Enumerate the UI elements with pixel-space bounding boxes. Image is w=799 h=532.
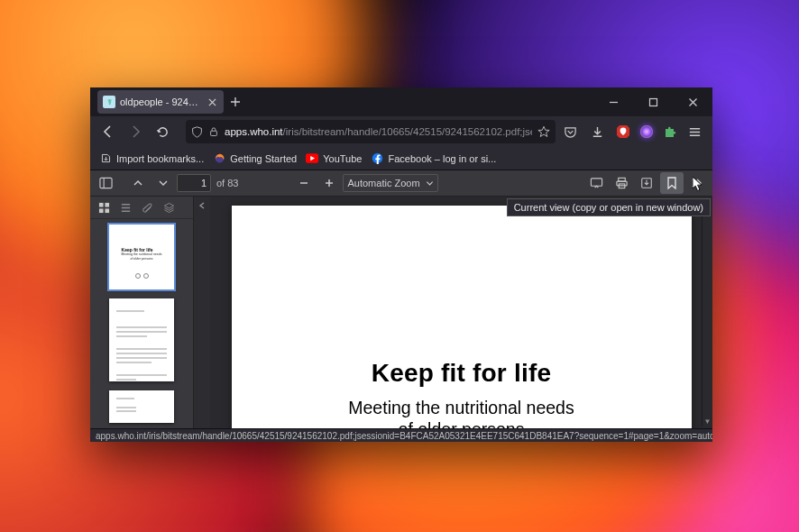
- svg-rect-1: [211, 131, 217, 135]
- firefox-icon: [213, 152, 225, 165]
- layers-icon: [163, 202, 175, 214]
- svg-rect-16: [105, 208, 109, 213]
- back-button[interactable]: [96, 119, 121, 144]
- minimize-icon: [609, 97, 619, 107]
- reload-button[interactable]: [150, 119, 175, 144]
- vertical-scrollbar[interactable]: ▲ ▼: [702, 198, 712, 427]
- window-controls: [593, 88, 712, 115]
- tab-strip: ☤ oldpeople - 9241562102.pdf: [90, 87, 712, 116]
- download-icon: [591, 125, 604, 139]
- plus-icon: [324, 178, 335, 188]
- pdf-toolbar: of 83 Automatic Zoom Current view (copy …: [90, 170, 712, 197]
- presentation-button[interactable]: [584, 172, 608, 194]
- zoom-in-button[interactable]: [317, 172, 341, 194]
- svg-rect-8: [591, 179, 602, 186]
- extension-glow[interactable]: [637, 122, 657, 142]
- reload-icon: [156, 125, 170, 139]
- page-down-button[interactable]: [152, 172, 175, 194]
- pdf-page-1: Keep fit for life Meeting the nutritiona…: [232, 206, 692, 428]
- favicon: ☤: [103, 96, 115, 108]
- window-close-button[interactable]: [673, 88, 712, 115]
- thumbnails-view-button[interactable]: [94, 198, 114, 216]
- nav-bar: apps.who.int/iris/bitstream/handle/10665…: [90, 116, 712, 147]
- extension-adblock[interactable]: [613, 122, 633, 142]
- close-icon: [688, 97, 698, 107]
- new-tab-button[interactable]: [224, 90, 247, 114]
- page-number-input[interactable]: [177, 174, 211, 192]
- sidebar-toolbar: [90, 197, 193, 219]
- shield-icon: [191, 126, 203, 138]
- outline-icon: [120, 202, 132, 214]
- print-button[interactable]: [610, 172, 633, 194]
- sidebar-toggle-button[interactable]: [94, 172, 117, 194]
- bookmarks-toolbar: Import bookmarks... Getting Started YouT…: [90, 147, 712, 170]
- url-text: apps.who.int/iris/bitstream/handle/10665…: [225, 126, 532, 137]
- sidebar-resize-handle[interactable]: [194, 197, 210, 428]
- bookmark-youtube[interactable]: YouTube: [306, 152, 362, 165]
- bookmark-label: Facebook – log in or si...: [388, 153, 496, 164]
- page-total-label: of 83: [216, 178, 238, 188]
- chevron-down-icon: [426, 179, 434, 188]
- window-maximize-button[interactable]: [633, 88, 673, 115]
- extension-puzzle[interactable]: [660, 122, 680, 142]
- thumbnails-icon: [98, 202, 110, 214]
- browser-window: ☤ oldpeople - 9241562102.pdf apps.who.in…: [90, 87, 712, 442]
- svg-rect-14: [105, 202, 109, 206]
- forward-button[interactable]: [123, 119, 148, 144]
- bookmark-label: YouTube: [323, 153, 362, 164]
- sidebar-icon: [99, 177, 113, 189]
- current-view-button[interactable]: [660, 172, 684, 194]
- facebook-icon: [371, 152, 383, 165]
- scroll-down-button[interactable]: ▼: [703, 417, 712, 427]
- outline-view-button[interactable]: [115, 198, 135, 216]
- glow-icon: [640, 125, 653, 138]
- layers-view-button[interactable]: [159, 198, 179, 216]
- tab-title: oldpeople - 9241562102.pdf: [120, 96, 201, 107]
- thumbnail-page-1[interactable]: Keep fit for life Meeting the nutritiona…: [109, 225, 174, 289]
- presentation-icon: [590, 177, 603, 189]
- zoom-select[interactable]: Automatic Zoom: [343, 174, 437, 192]
- pdf-viewer: of 83 Automatic Zoom Current view (copy …: [90, 170, 712, 428]
- forward-icon: [128, 124, 142, 139]
- bookmark-facebook[interactable]: Facebook – log in or si...: [371, 152, 496, 165]
- address-bar[interactable]: apps.who.int/iris/bitstream/handle/10665…: [186, 120, 556, 143]
- pocket-button[interactable]: [557, 119, 583, 144]
- downloads-button[interactable]: [584, 119, 610, 144]
- bookmark-star-icon[interactable]: [537, 125, 550, 138]
- window-minimize-button[interactable]: [593, 88, 633, 115]
- zoom-label: Automatic Zoom: [347, 178, 419, 188]
- download-button[interactable]: [635, 172, 658, 194]
- lock-icon: [208, 126, 219, 137]
- svg-rect-15: [98, 208, 103, 213]
- mouse-cursor: [693, 177, 703, 193]
- bookmark-label: Getting Started: [230, 153, 297, 164]
- print-icon: [615, 177, 629, 189]
- svg-rect-0: [649, 98, 657, 105]
- doc-title: Keep fit for life: [232, 359, 692, 388]
- maximize-icon: [648, 97, 658, 107]
- bookmark-import[interactable]: Import bookmarks...: [99, 152, 204, 165]
- close-icon: [208, 98, 216, 106]
- plus-icon: [230, 96, 241, 107]
- tab-active[interactable]: ☤ oldpeople - 9241562102.pdf: [97, 90, 224, 114]
- chevron-down-icon: [158, 178, 169, 188]
- bookmark-getting-started[interactable]: Getting Started: [213, 152, 297, 165]
- doc-subtitle-1: Meeting the nutritional needs: [232, 397, 692, 418]
- thumbnail-page-2[interactable]: [109, 298, 174, 381]
- page-up-button[interactable]: [126, 172, 150, 194]
- attachment-icon: [142, 202, 153, 214]
- tab-close-button[interactable]: [206, 96, 218, 108]
- puzzle-icon: [663, 124, 677, 139]
- zoom-out-button[interactable]: [292, 172, 316, 194]
- tooltip: Current view (copy or open in new window…: [507, 198, 711, 216]
- thumbnail-list[interactable]: Keep fit for life Meeting the nutritiona…: [90, 219, 193, 428]
- doc-subtitle-2: of older persons: [232, 418, 692, 428]
- pocket-icon: [564, 125, 577, 139]
- status-bar: apps.who.int/iris/bitstream/handle/10665…: [90, 428, 712, 442]
- thumbnail-page-3[interactable]: [109, 390, 174, 423]
- status-text: apps.who.int/iris/bitstream/handle/10665…: [96, 431, 712, 441]
- attachments-view-button[interactable]: [137, 198, 157, 216]
- pdf-main-view[interactable]: Keep fit for life Meeting the nutritiona…: [210, 197, 712, 428]
- chevron-up-icon: [133, 178, 143, 188]
- app-menu-button[interactable]: [682, 119, 707, 144]
